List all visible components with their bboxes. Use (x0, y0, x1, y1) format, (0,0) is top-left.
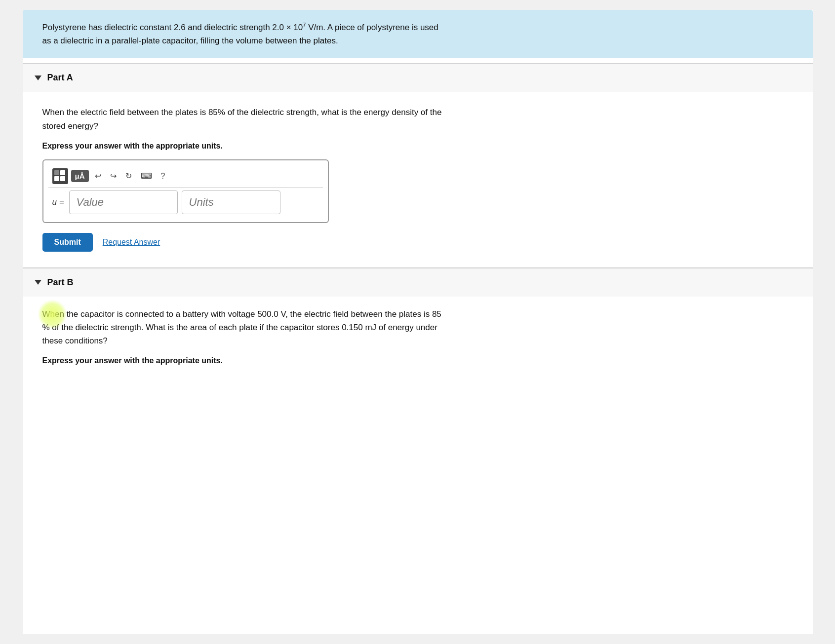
part-a-content: When the electric field between the plat… (42, 92, 793, 267)
redo-button[interactable]: ↪ (107, 169, 119, 183)
part-b-content: When the capacitor is connected to a bat… (42, 297, 793, 384)
mu-button[interactable]: μÅ (71, 170, 89, 182)
request-answer-link[interactable]: Request Answer (103, 238, 160, 247)
answer-toolbar: μÅ ↩ ↪ ↻ ⌨ ? (48, 165, 323, 188)
part-a-chevron-icon (35, 76, 41, 80)
reset-button[interactable]: ↻ (122, 169, 135, 183)
page-wrapper: Polystyrene has dielectric constant 2.6 … (23, 10, 813, 634)
part-b-title: Part B (47, 277, 74, 288)
problem-banner: Polystyrene has dielectric constant 2.6 … (23, 10, 813, 58)
express-label: Express your answer with the appropriate… (42, 142, 793, 151)
action-row: Submit Request Answer (42, 233, 793, 252)
part-b-question: When the capacitor is connected to a bat… (42, 307, 793, 348)
help-button[interactable]: ? (158, 170, 168, 183)
problem-statement: Polystyrene has dielectric constant 2.6 … (42, 23, 438, 45)
units-input[interactable] (182, 190, 280, 214)
content-area: Part A When the electric field between t… (23, 63, 813, 384)
part-b-header[interactable]: Part B (23, 268, 813, 297)
matrix-button[interactable] (52, 168, 68, 184)
part-a-title: Part A (47, 73, 73, 83)
part-b-express-label: Express your answer with the appropriate… (42, 356, 793, 365)
part-a-question: When the electric field between the plat… (42, 106, 793, 132)
input-row: u = (48, 188, 323, 217)
matrix-icon (52, 168, 68, 184)
submit-button[interactable]: Submit (42, 233, 93, 252)
part-b-chevron-icon (35, 280, 41, 285)
undo-button[interactable]: ↩ (92, 169, 104, 183)
keyboard-button[interactable]: ⌨ (138, 169, 155, 183)
answer-box: μÅ ↩ ↪ ↻ ⌨ ? u = (42, 159, 329, 223)
part-a-header[interactable]: Part A (23, 63, 813, 92)
variable-label: u = (50, 197, 69, 207)
value-input[interactable] (69, 190, 178, 214)
